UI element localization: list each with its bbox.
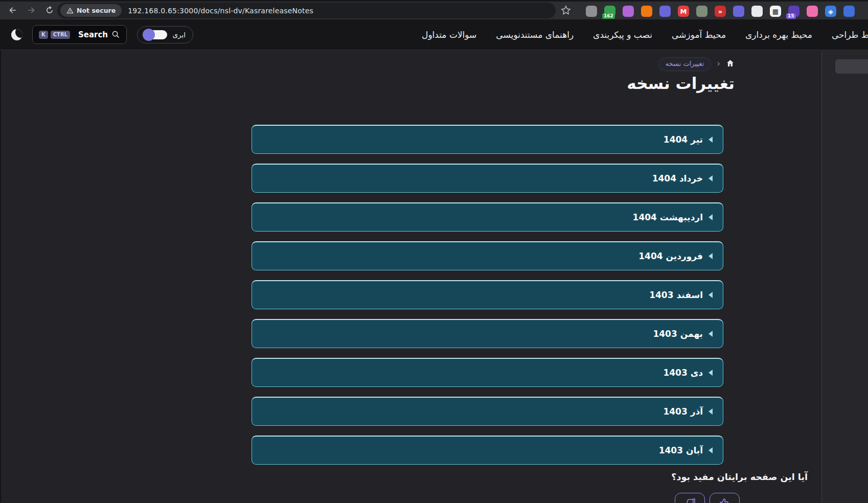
- chevron-left-icon: [709, 408, 713, 415]
- security-label: Not secure: [77, 7, 116, 14]
- search-label: Search: [78, 30, 108, 39]
- reload-icon: [45, 6, 54, 15]
- chevron-left-icon: [709, 447, 713, 453]
- purple-extension-icon-2[interactable]: [733, 6, 744, 17]
- url-text[interactable]: 192.168.0.65:3000/docs/nsl-dv/Kasrarelea…: [122, 7, 313, 15]
- accordion-label: دی 1403: [663, 368, 703, 378]
- toggle-knob: [143, 29, 155, 41]
- site-header: Search CTRL K ابری محیط طراحی محیط بهره …: [0, 19, 868, 50]
- accordion-item[interactable]: اردیبهشت 1404: [252, 202, 723, 232]
- address-bar[interactable]: Not secure 192.168.0.65:3000/docs/nsl-dv…: [57, 3, 556, 18]
- window-extension-icon[interactable]: [751, 6, 763, 17]
- cloud-theme-toggle[interactable]: ابری: [137, 26, 193, 43]
- nav-item-operation-env[interactable]: محیط بهره برداری: [745, 30, 812, 40]
- accordion-item[interactable]: خرداد 1404: [252, 164, 723, 193]
- brain-extension-icon[interactable]: [623, 6, 634, 17]
- calendar-extension-icon[interactable]: 15: [788, 6, 800, 17]
- pink-extension-icon[interactable]: [807, 6, 818, 17]
- video-speed-extension-icon[interactable]: »: [715, 6, 726, 17]
- thumbs-up-icon: [719, 497, 731, 503]
- toggle-label: ابری: [172, 31, 186, 39]
- back-button[interactable]: [6, 4, 19, 17]
- accordion-label: اردیبهشت 1404: [633, 212, 703, 222]
- shopping-extension-icon[interactable]: 162: [604, 6, 615, 17]
- extensions-strip: 162M»▦15◈: [586, 6, 855, 17]
- chevron-left-icon: [709, 370, 713, 376]
- accordion-item[interactable]: فروردین 1404: [252, 241, 723, 270]
- accordion-item[interactable]: بهمن 1403: [252, 319, 723, 348]
- release-accordion-list: تیر 1404 خرداد 1404 اردیبهشت 1404 فروردی…: [252, 125, 723, 474]
- breadcrumb-current[interactable]: تغییرات نسخه: [658, 57, 711, 71]
- gmail-extension-icon[interactable]: M: [678, 6, 689, 17]
- purple-extension-icon[interactable]: [659, 6, 671, 17]
- nav-item-install-config[interactable]: نصب و پیکربندی: [593, 30, 652, 40]
- feedback-buttons: [675, 493, 740, 503]
- reload-button[interactable]: [43, 4, 56, 17]
- chevron-left-icon: [709, 214, 713, 220]
- accordion-item[interactable]: آبان 1403: [252, 436, 723, 465]
- home-icon[interactable]: [726, 59, 735, 70]
- page-search-extension-icon[interactable]: [696, 6, 707, 17]
- qr-code-extension-icon[interactable]: ▦: [770, 6, 781, 17]
- accordion-label: فروردین 1404: [638, 251, 703, 261]
- accordion-label: آبان 1403: [659, 445, 703, 455]
- kbd-ctrl: CTRL: [51, 31, 70, 39]
- breadcrumb: ‹ تغییرات نسخه: [658, 57, 735, 71]
- dark-mode-moon-icon[interactable]: [11, 29, 22, 40]
- lens-extension-icon[interactable]: [586, 6, 597, 17]
- sidebar-active-item[interactable]: [835, 59, 868, 74]
- thumbs-down-button[interactable]: [675, 493, 705, 503]
- search-icon: [111, 30, 120, 39]
- breadcrumb-separator: ‹: [717, 59, 720, 69]
- nav-item-training-env[interactable]: محیط آموزشی: [672, 30, 726, 40]
- chevron-left-icon: [709, 331, 713, 337]
- warning-triangle-icon: [66, 7, 74, 14]
- toggle-switch[interactable]: [144, 30, 167, 39]
- thumbs-up-button[interactable]: [710, 493, 740, 503]
- chevron-left-icon: [709, 292, 713, 298]
- accordion-item[interactable]: اسفند 1403: [252, 280, 723, 309]
- forward-button[interactable]: [25, 4, 38, 17]
- site-security-chip[interactable]: Not secure: [60, 4, 122, 17]
- page-title: تغییرات نسخه: [627, 74, 735, 93]
- accordion-item[interactable]: آذر 1403: [252, 397, 723, 426]
- forward-arrow-icon: [26, 5, 36, 15]
- accordion-item[interactable]: تیر 1404: [252, 125, 723, 154]
- sidebar-panel: [821, 51, 868, 503]
- accordion-label: بهمن 1403: [653, 329, 703, 339]
- rss-extension-icon[interactable]: [641, 6, 652, 17]
- browser-window: Not secure 192.168.0.65:3000/docs/nsl-dv…: [0, 0, 868, 503]
- nav-item-faq[interactable]: سوالات متداول: [422, 30, 476, 40]
- chevron-left-icon: [709, 175, 713, 181]
- chevron-left-icon: [709, 136, 713, 143]
- main-nav: محیط طراحی محیط بهره برداری محیط آموزشی …: [417, 19, 868, 50]
- diamond-extension-icon[interactable]: ◈: [825, 6, 836, 17]
- thumbs-down-icon: [684, 497, 696, 503]
- nav-item-design-env[interactable]: محیط طراحی: [832, 30, 868, 40]
- page-content: ‹ تغییرات نسخه تغییرات نسخه تیر 1404 خرد…: [0, 51, 868, 503]
- accordion-label: اسفند 1403: [649, 290, 703, 300]
- search-input[interactable]: Search CTRL K: [32, 25, 127, 44]
- bookmark-star-icon[interactable]: [560, 5, 572, 18]
- accordion-label: تیر 1404: [664, 134, 703, 145]
- chevron-left-icon: [709, 253, 713, 259]
- browser-toolbar: Not secure 192.168.0.65:3000/docs/nsl-dv…: [0, 2, 868, 19]
- feedback-question: آیا این صفحه برایتان مفید بود؟: [671, 472, 808, 482]
- nav-item-docs-guide[interactable]: راهنمای مستندنویسی: [496, 30, 574, 40]
- accordion-label: خرداد 1404: [652, 173, 703, 184]
- accordion-item[interactable]: دی 1403: [252, 358, 723, 387]
- kbd-k: K: [39, 31, 48, 39]
- notes-extension-icon[interactable]: [843, 6, 855, 17]
- accordion-label: آذر 1403: [663, 406, 703, 417]
- back-arrow-icon: [8, 5, 18, 15]
